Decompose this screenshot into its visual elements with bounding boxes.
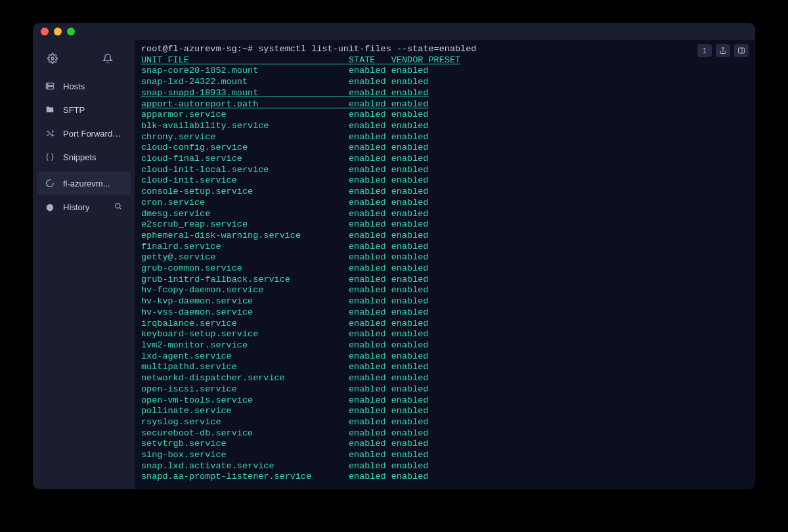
sidebar-item-snippets[interactable]: Snippets: [33, 145, 135, 169]
sidebar-toolbar: [33, 49, 135, 74]
app-body: Hosts SFTP Port Forwarding Snippets: [33, 40, 755, 489]
tab-index-label: 1: [703, 47, 707, 55]
sidebar-item-label: Snippets: [63, 152, 97, 162]
sidebar-item-label: Hosts: [63, 81, 85, 91]
sidebar-session-tab[interactable]: fl-azurevm...: [37, 171, 131, 195]
sidebar-session-label: fl-azurevm...: [63, 179, 110, 188]
sidebar-item-sftp[interactable]: SFTP: [33, 98, 135, 122]
share-icon[interactable]: [716, 44, 730, 57]
sidebar-item-label: History: [63, 202, 89, 212]
svg-point-6: [47, 204, 54, 211]
braces-icon: [45, 152, 55, 162]
titlebar: [33, 23, 755, 40]
minimize-dot-icon[interactable]: [54, 28, 62, 35]
server-icon: [45, 81, 55, 91]
close-dot-icon[interactable]: [41, 28, 49, 35]
svg-point-0: [51, 57, 54, 60]
clock-icon: [45, 202, 55, 213]
svg-point-5: [47, 87, 48, 88]
terminal-output[interactable]: root@fl-azurevm-sg:~# systemctl list-uni…: [135, 40, 755, 489]
app-window: Hosts SFTP Port Forwarding Snippets: [33, 23, 755, 489]
svg-point-4: [47, 84, 48, 85]
panel-split-icon[interactable]: [734, 44, 749, 57]
bell-icon[interactable]: [102, 53, 113, 64]
sidebar-item-portfw[interactable]: Port Forwarding: [33, 122, 135, 145]
sidebar-item-hosts[interactable]: Hosts: [33, 74, 135, 98]
terminal-pane[interactable]: 1 root@fl-azurevm-sg:~# systemctl list-u…: [135, 40, 755, 489]
sidebar-item-label: SFTP: [63, 105, 85, 115]
sidebar: Hosts SFTP Port Forwarding Snippets: [33, 40, 135, 489]
maximize-dot-icon[interactable]: [67, 28, 75, 35]
folder-icon: [45, 104, 55, 115]
spinner-icon: [45, 178, 55, 188]
tab-index-badge[interactable]: 1: [697, 44, 712, 57]
svg-point-7: [116, 204, 120, 208]
terminal-toolbar: 1: [697, 44, 749, 57]
shuffle-icon: [45, 128, 55, 139]
sidebar-item-label: Port Forwarding: [63, 129, 123, 139]
search-icon[interactable]: [114, 202, 123, 213]
sidebar-item-history[interactable]: History: [33, 195, 135, 219]
svg-rect-8: [739, 48, 745, 53]
settings-icon[interactable]: [47, 53, 58, 64]
